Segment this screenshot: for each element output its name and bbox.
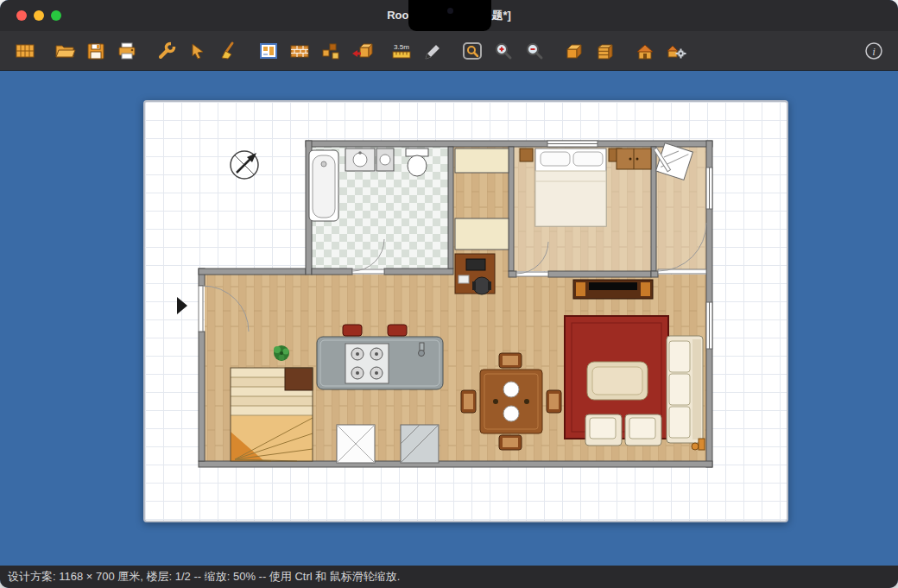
nightstand-left[interactable] [520,149,533,161]
bathtub[interactable] [309,150,338,221]
window-title-left: Roo [387,0,408,31]
armchair[interactable] [625,414,661,446]
app-window: Roo 题*] [0,0,898,588]
tiles-button[interactable] [316,38,345,64]
display-notch [408,0,491,31]
info-icon: i [863,41,885,61]
faucet [420,343,424,351]
zoom-out-button[interactable] [520,38,548,64]
print-icon [116,41,138,61]
coffee-table[interactable] [587,362,648,400]
info-button[interactable]: i [859,38,888,64]
pen-icon [421,41,444,61]
save-button[interactable] [81,38,110,64]
closet-bottom[interactable] [455,218,509,250]
clean-button[interactable] [214,38,243,64]
drawing-area[interactable] [143,100,788,522]
stair-landing [285,368,313,390]
pointer-icon [187,41,209,61]
tv-stand[interactable] [573,280,653,299]
main-toolbar: 3.5m i [0,31,898,71]
cursor-arrow [177,297,187,314]
draw-button[interactable] [418,38,446,64]
house-3d-button[interactable] [630,38,659,64]
save-icon [85,41,107,61]
appliance-gray[interactable] [401,425,439,463]
svg-text:i: i [872,44,876,57]
furniture-move-button[interactable] [347,38,376,64]
wardrobe[interactable] [617,149,651,169]
print-button[interactable] [112,38,141,64]
zoom-region-button[interactable] [458,38,486,64]
compass[interactable] [231,151,258,179]
brick-wall-icon [288,41,311,61]
camera-dot [447,8,453,14]
bar-stool[interactable] [388,325,407,336]
plant[interactable] [274,345,289,361]
floor-plan[interactable] [145,102,788,522]
dining-table[interactable] [480,370,542,433]
room-plan-button[interactable] [254,38,282,64]
tiles-icon [319,41,342,61]
view-3d-button[interactable] [560,38,588,64]
wall-button[interactable] [285,38,313,64]
wrench-icon [155,41,178,61]
measure-icon: 3.5m [390,41,413,61]
title-area: Roo 题*] [0,0,898,31]
house-3d-icon [634,41,656,61]
closet-top[interactable] [455,149,509,173]
sofa[interactable] [667,336,703,443]
workspace-background [0,71,898,566]
bed[interactable] [535,149,606,226]
zoom-in-button[interactable] [489,38,517,64]
zoom-in-icon [492,41,515,61]
tools-button[interactable] [152,38,180,64]
open-button[interactable] [50,38,79,64]
pointer-button[interactable] [183,38,212,64]
broom-icon [218,41,240,61]
house-settings-button[interactable] [661,38,690,64]
office-chair[interactable] [472,277,491,294]
bidet[interactable] [376,149,394,171]
grid-icon [14,41,36,61]
toilet[interactable] [406,149,428,176]
furniture-move-icon [351,41,373,61]
staircase[interactable] [231,368,313,461]
status-text: 设计方案: 1168 × 700 厘米, 楼层: 1/2 -- 缩放: 50% … [8,570,401,583]
stove [345,344,389,383]
window-title-right: 题*] [491,0,510,31]
appliance-box[interactable] [337,425,375,463]
bar-stool[interactable] [343,325,362,336]
house-settings-icon [665,41,687,61]
room-plan-icon [257,41,280,61]
grid-button[interactable] [10,38,39,64]
zoom-region-icon [461,41,484,61]
kitchen-island[interactable] [317,337,443,389]
zoom-out-icon [523,41,546,61]
armchair[interactable] [585,414,622,446]
washbasin[interactable] [345,149,375,171]
title-bar: Roo 题*] [0,0,898,31]
furniture-3d-button[interactable] [591,38,619,64]
cube-3d-icon [563,41,585,61]
measure-label: 3.5m [394,43,409,51]
measure-button[interactable]: 3.5m [387,38,415,64]
furniture-3d-icon [594,41,617,61]
status-bar: 设计方案: 1168 × 700 厘米, 楼层: 1/2 -- 缩放: 50% … [0,566,898,588]
open-folder-icon [54,41,76,61]
screenshot-root: Roo 题*] [0,0,898,588]
